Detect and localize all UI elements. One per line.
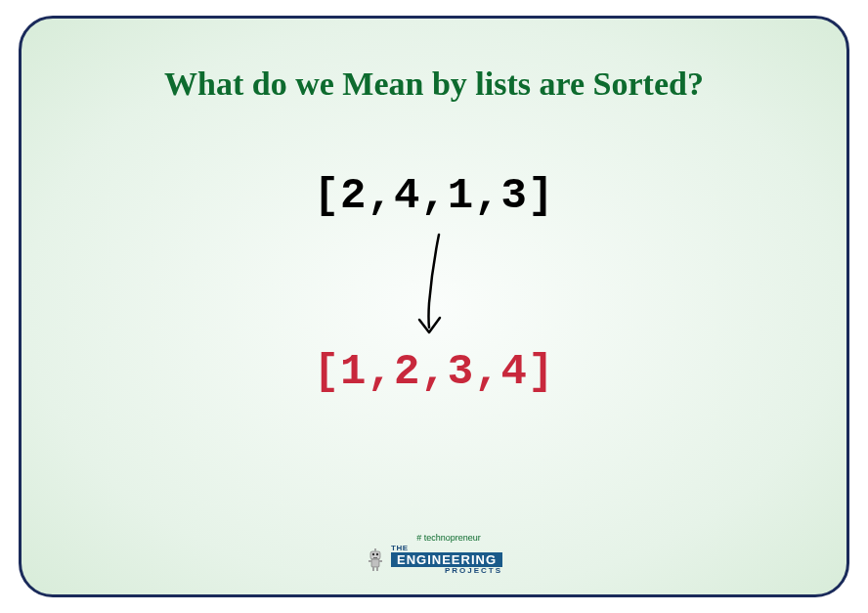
page-title: What do we Mean by lists are Sorted?	[164, 66, 704, 103]
arrow-down-icon	[405, 230, 463, 342]
logo-line1: THE	[391, 545, 502, 552]
svg-rect-4	[371, 559, 379, 567]
svg-point-5	[374, 548, 376, 550]
svg-rect-7	[369, 560, 371, 562]
logo: # technopreneur THE ENGINEERING PROJECTS	[366, 533, 502, 575]
svg-point-1	[372, 552, 374, 554]
svg-rect-3	[373, 557, 377, 558]
logo-tagline: # technopreneur	[416, 533, 481, 543]
sorted-list: [1,2,3,4]	[314, 347, 555, 396]
logo-text: THE ENGINEERING PROJECTS	[391, 545, 502, 575]
diagram-card: What do we Mean by lists are Sorted? [2,…	[19, 16, 849, 597]
svg-rect-9	[372, 567, 374, 571]
unsorted-list: [2,4,1,3]	[314, 171, 555, 220]
svg-rect-10	[376, 567, 378, 571]
svg-point-2	[376, 552, 378, 554]
logo-line3: PROJECTS	[391, 567, 502, 575]
logo-row: THE ENGINEERING PROJECTS	[366, 545, 502, 575]
logo-line2: ENGINEERING	[391, 552, 502, 567]
svg-rect-8	[379, 560, 382, 562]
arrow-container	[405, 230, 463, 342]
robot-icon	[366, 547, 385, 573]
